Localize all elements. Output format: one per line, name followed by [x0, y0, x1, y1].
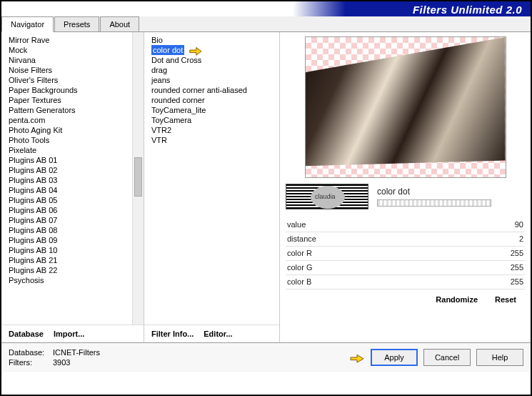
db-label: Database:: [9, 347, 46, 357]
list-item[interactable]: Noise Filters: [9, 65, 144, 75]
list-item[interactable]: jeans: [151, 75, 279, 85]
list-item[interactable]: Plugins AB 04: [9, 185, 144, 195]
list-item[interactable]: Pixelate: [9, 145, 144, 155]
main-content: Mirror Rave Mock Nirvana Noise Filters O…: [1, 32, 531, 342]
category-list[interactable]: Mirror Rave Mock Nirvana Noise Filters O…: [1, 32, 144, 325]
list-item[interactable]: Plugins AB 06: [9, 205, 144, 215]
param-value: 255: [511, 262, 523, 273]
scrollbar[interactable]: [132, 32, 144, 325]
list-item[interactable]: Dot and Cross: [151, 55, 279, 65]
param-name: color G: [287, 262, 312, 273]
filter-list[interactable]: Bio color dot Dot and Cross drag jeans r…: [144, 32, 279, 325]
list-item[interactable]: Plugins AB 05: [9, 195, 144, 205]
param-row[interactable]: color R255: [286, 247, 525, 261]
param-value: 90: [515, 219, 523, 230]
preview-buttons: Randomize Reset: [286, 289, 525, 308]
parameter-list: value90 distance2 color R255 color G255 …: [286, 218, 525, 289]
title-bar: Filters Unlimited 2.0: [1, 1, 531, 17]
list-item[interactable]: Mirror Rave: [9, 35, 144, 45]
reset-button[interactable]: Reset: [492, 294, 519, 305]
list-item[interactable]: Mock: [9, 45, 144, 55]
footer: Database:ICNET-Filters Filters:3903 Appl…: [1, 342, 531, 372]
param-row[interactable]: distance2: [286, 232, 525, 247]
param-name: color B: [287, 277, 311, 287]
param-name: distance: [287, 234, 316, 244]
randomize-button[interactable]: Randomize: [433, 294, 481, 305]
list-item[interactable]: Photo Aging Kit: [9, 125, 144, 135]
list-item[interactable]: Pattern Generators: [9, 105, 144, 115]
logo-label: claudia: [315, 193, 336, 200]
apply-button[interactable]: Apply: [371, 349, 418, 366]
filter-info-button[interactable]: Filter Info...: [149, 328, 196, 340]
param-value: 255: [511, 277, 523, 287]
list-item[interactable]: VTR2: [151, 125, 279, 135]
param-value: 255: [511, 248, 523, 259]
param-value: 2: [519, 234, 523, 244]
list-item-selected[interactable]: color dot: [151, 45, 184, 55]
tab-about[interactable]: About: [100, 16, 139, 31]
tab-presets[interactable]: Presets: [54, 16, 99, 31]
category-column: Mirror Rave Mock Nirvana Noise Filters O…: [1, 32, 144, 342]
param-name: value: [287, 219, 306, 230]
list-item[interactable]: VTR: [151, 135, 279, 145]
list-item[interactable]: Plugins AB 01: [9, 155, 144, 165]
db-value: ICNET-Filters: [53, 347, 100, 357]
list-item[interactable]: rounded corner anti-aliased: [151, 85, 279, 95]
param-header: claudia color dot: [286, 184, 525, 209]
footer-info: Database:ICNET-Filters Filters:3903: [9, 347, 349, 367]
list-item[interactable]: Plugins AB 02: [9, 165, 144, 175]
list-item[interactable]: Bio: [151, 35, 279, 45]
pointer-hand-icon: [349, 351, 365, 364]
filters-label: Filters:: [9, 357, 46, 367]
list-item[interactable]: ToyCamera: [151, 115, 279, 125]
filter-column: Bio color dot Dot and Cross drag jeans r…: [144, 32, 280, 342]
import-button[interactable]: Import...: [51, 328, 87, 340]
param-name: color R: [287, 248, 312, 259]
list-item[interactable]: Paper Backgrounds: [9, 85, 144, 95]
help-button[interactable]: Help: [476, 349, 523, 366]
list-item[interactable]: Plugins AB 08: [9, 225, 144, 235]
filter-buttons: Filter Info... Editor...: [144, 325, 279, 342]
logo-claudia: claudia: [286, 184, 368, 209]
list-item[interactable]: Plugins AB 09: [9, 235, 144, 245]
param-row[interactable]: value90: [286, 218, 525, 232]
tab-bar: Navigator Presets About: [1, 16, 531, 32]
cancel-button[interactable]: Cancel: [423, 349, 471, 366]
list-item[interactable]: Paper Textures: [9, 95, 144, 105]
list-item[interactable]: Oliver's Filters: [9, 75, 144, 85]
list-item[interactable]: ToyCamera_lite: [151, 105, 279, 115]
preview-image: [305, 36, 506, 178]
category-buttons: Database Import...: [1, 325, 144, 342]
list-item[interactable]: Plugins AB 07: [9, 215, 144, 225]
scrollbar-thumb[interactable]: [134, 157, 142, 197]
tab-navigator[interactable]: Navigator: [1, 16, 54, 32]
param-row[interactable]: color G255: [286, 261, 525, 275]
app-title: Filters Unlimited 2.0: [413, 4, 522, 16]
list-item[interactable]: Nirvana: [9, 55, 144, 65]
footer-buttons: Apply Cancel Help: [349, 349, 523, 366]
list-item[interactable]: drag: [151, 65, 279, 75]
list-item[interactable]: rounded corner: [151, 95, 279, 105]
list-item[interactable]: Plugins AB 21: [9, 255, 144, 265]
list-item[interactable]: Plugins AB 03: [9, 175, 144, 185]
filters-value: 3903: [53, 357, 70, 367]
progress-bar: [377, 199, 491, 207]
list-item[interactable]: Psychosis: [9, 275, 144, 285]
database-button[interactable]: Database: [6, 328, 46, 340]
list-item[interactable]: Plugins AB 22: [9, 265, 144, 275]
list-item[interactable]: penta.com: [9, 115, 144, 125]
current-filter-name: color dot: [377, 187, 525, 197]
list-item[interactable]: Photo Tools: [9, 135, 144, 145]
preview-column: claudia color dot value90 distance2 colo…: [280, 32, 531, 342]
list-item[interactable]: Plugins AB 10: [9, 245, 144, 255]
param-row[interactable]: color B255: [286, 275, 525, 289]
preview-shape: [306, 37, 506, 177]
editor-button[interactable]: Editor...: [201, 328, 235, 340]
